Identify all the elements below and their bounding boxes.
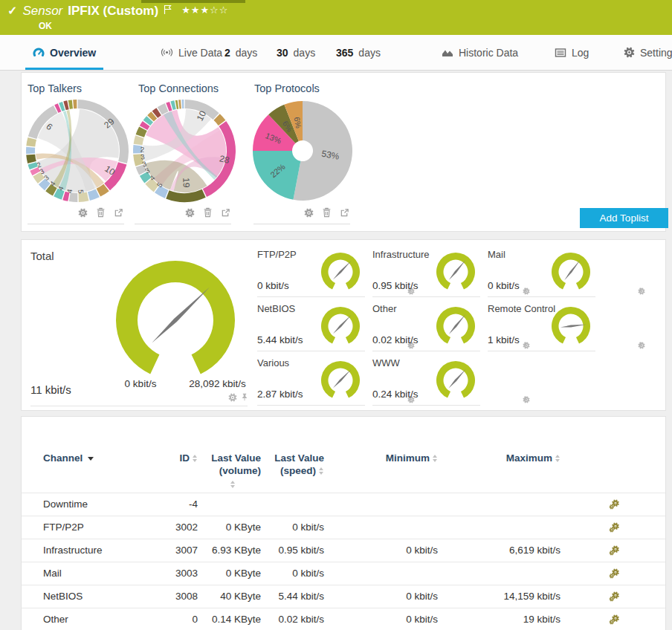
column-header-id[interactable]: ID [153,452,198,464]
flag-icon[interactable] [164,4,172,18]
toplist-delete-button[interactable] [203,207,213,218]
toplist-actions-protocols [304,207,349,218]
sort-icon [230,481,236,488]
total-gauge [114,259,236,381]
cell-channel: Downtime [43,493,155,516]
gauge-pin-icon[interactable] [241,393,248,402]
add-toplist-button[interactable]: Add Toplist [580,208,668,228]
toplist-delete-button[interactable] [96,207,106,218]
cell-last-speed: 5.44 kbit/s [265,585,324,608]
cell-id: 3007 [153,539,198,562]
tab-365-days[interactable]: 365days [333,35,384,70]
tab-label: days [358,47,381,59]
gauge-max-label: 28,092 kbit/s [175,378,260,389]
toplist-options-button[interactable] [304,208,314,218]
svg-text:19: 19 [181,178,191,188]
channel-settings-button[interactable] [609,568,620,579]
channel-gauge [320,360,361,401]
column-header-minimum[interactable]: Minimum [360,452,438,464]
tab-30-days[interactable]: 30days [274,35,318,70]
cell-id: 3003 [153,562,198,585]
tab-log[interactable]: Log [552,35,592,70]
channel-gauge [435,305,476,347]
channel-gauge [320,251,361,293]
channel-gauge [320,305,361,347]
toplist-actions-connections [185,207,230,218]
cell-minimum: 0 kbit/s [360,539,438,562]
cell-channel: Mail [43,562,155,585]
gauge-channel-label: Remote Control [488,303,555,314]
tab-label: Historic Data [459,47,518,59]
gauge-channel-value: 0.24 kbit/s [372,389,419,400]
gauge-channel-value: 0.95 kbit/s [372,280,419,291]
table-row-other[interactable]: Other00.14 KByte0.02 kbit/s0 kbit/s19 kb… [22,608,665,630]
table-row-downtime[interactable]: Downtime-4 [22,493,665,516]
cell-last-speed: 0.95 kbit/s [265,539,324,562]
column-header-last-speed[interactable]: Last Value (speed) [265,452,324,477]
cell-channel: Other [43,608,155,630]
toplist-fullscreen-button[interactable] [340,208,349,218]
sort-icon [319,467,324,475]
toplist-fullscreen-button[interactable] [221,208,230,218]
top-talkers-chart[interactable]: 291065444332 [22,95,133,207]
toplist-options-button[interactable] [185,208,195,218]
sensor-word: Sensor [22,4,62,19]
gauge-channel-label: Mail [488,249,505,260]
priority-stars[interactable]: ★★★☆☆ [181,4,228,17]
tab-bar: OverviewLive Data2days30days365daysHisto… [0,35,672,71]
column-header-last-volume[interactable]: Last Value(volume) [201,452,261,490]
status-badge: OK [39,21,52,31]
table-row-infrastructure[interactable]: Infrastructure30076.93 KByte0.95 kbit/s0… [22,539,665,562]
toplist-title-protocols: Top Protocols [254,82,320,94]
cell-id: 3002 [153,516,198,539]
divider [28,224,124,224]
channel-settings-button[interactable] [609,545,620,556]
chart-icon [442,47,453,58]
table-row-netbios[interactable]: NetBIOS300840 KByte5.44 kbit/s0 kbit/s14… [22,585,665,608]
toplist-delete-button[interactable] [322,207,332,218]
top-connections-chart[interactable]: 102819543332 [129,95,240,207]
top-protocols-chart[interactable]: 53%22%13%6%6% [247,95,358,207]
gauge-channel-value: 5.44 kbit/s [257,334,303,345]
cell-maximum: 19 kbit/s [479,608,560,630]
tab-live-data[interactable]: Live Data [158,35,225,70]
cell-last-volume: 40 KByte [201,585,261,608]
tab-overview[interactable]: Overview [30,35,99,70]
cell-maximum: 6,619 kbit/s [479,539,560,562]
sort-icon [433,455,438,462]
tab-2-days[interactable]: 2days [222,35,260,70]
sort-icon [555,455,560,462]
tab-historic-data[interactable]: Historic Data [439,35,521,70]
tab-label: Live Data [178,47,222,59]
gauge-channel-value: 0 kbit/s [488,280,520,291]
top-strip [141,0,245,3]
gauge-settings-icon[interactable] [228,393,237,402]
column-header-maximum[interactable]: Maximum [479,452,560,464]
divider [30,406,248,406]
gauge-channel-value: 2.87 kbit/s [257,389,303,400]
tab-number: 30 [277,47,288,59]
cell-last-volume: 6.93 KByte [201,539,261,562]
toplist-fullscreen-button[interactable] [114,208,123,218]
total-gauge-label: Total [30,250,54,262]
channel-settings-button[interactable] [609,591,620,602]
gauges-panel: Total 0 kbit/s 28,092 kbit/s 11 kbit/s F… [21,239,666,411]
cell-id: 3008 [153,585,198,608]
channel-settings-button[interactable] [609,614,620,625]
channel-settings-button[interactable] [609,522,620,533]
toplist-options-button[interactable] [78,208,88,218]
table-row-mail[interactable]: Mail30030 KByte0 kbit/s [22,562,665,585]
gauge-cell-ftp-p2p: FTP/P2P0 kbit/s [257,247,365,297]
column-header-channel[interactable]: Channel [43,452,94,464]
channel-settings-button[interactable] [609,499,620,510]
tab-label: days [236,47,258,59]
svg-text:5: 5 [77,189,85,194]
tab-settings[interactable]: Settings [621,35,672,70]
gauge-cell-remote-control: Remote Control1 kbit/s [488,302,595,351]
tab-number: 2 [224,47,230,59]
table-row-ftp-p2p[interactable]: FTP/P2P30020 KByte0 kbit/s [22,516,665,539]
cell-last-speed: 0 kbit/s [265,562,324,585]
gauge-channel-label: Other [372,303,397,314]
broadcast-icon [161,47,173,58]
channel-gauge [550,251,592,293]
